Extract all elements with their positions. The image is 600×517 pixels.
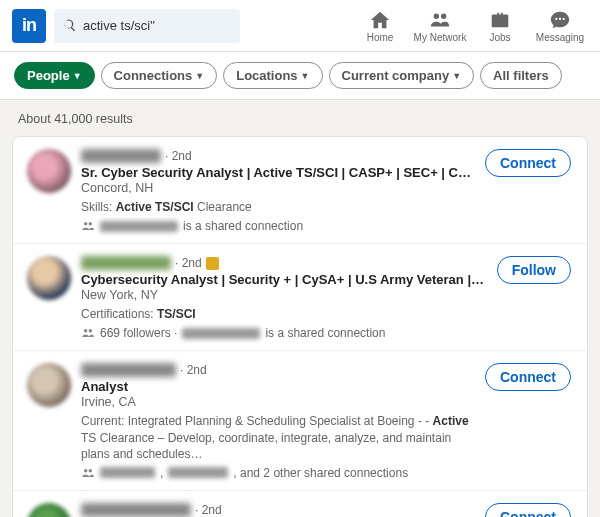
result-row: · 2nd TS/SCI | Microsoft Azure | AWS | O… bbox=[13, 490, 587, 517]
result-row: · 2nd Sr. Cyber Security Analyst | Activ… bbox=[13, 137, 587, 243]
pill-label: All filters bbox=[493, 68, 549, 83]
results-card: · 2nd Sr. Cyber Security Analyst | Activ… bbox=[12, 136, 588, 517]
nav-label: My Network bbox=[414, 32, 467, 43]
nav-icons: Home My Network Jobs Messaging bbox=[352, 9, 588, 43]
degree-badge: · 2nd bbox=[180, 363, 207, 377]
network-icon bbox=[429, 9, 451, 31]
nav-home[interactable]: Home bbox=[352, 9, 408, 43]
person-name[interactable] bbox=[81, 363, 176, 377]
nav-label: Messaging bbox=[536, 32, 584, 43]
pill-label: Connections bbox=[114, 68, 193, 83]
filter-locations[interactable]: Locations▼ bbox=[223, 62, 322, 89]
result-row: · 2nd Analyst Irvine, CA Current: Integr… bbox=[13, 350, 587, 490]
headline[interactable]: Analyst bbox=[81, 379, 475, 394]
top-bar: in active ts/sci" Home My Network Jobs M… bbox=[0, 0, 600, 52]
nav-label: Jobs bbox=[489, 32, 510, 43]
location: Irvine, CA bbox=[81, 395, 475, 409]
chevron-down-icon: ▼ bbox=[195, 71, 204, 81]
headline[interactable]: Sr. Cyber Security Analyst | Active TS/S… bbox=[81, 165, 475, 180]
results-count: About 41,000 results bbox=[0, 100, 600, 136]
meta-line: Skills: Active TS/SCI Clearance bbox=[81, 199, 475, 215]
avatar[interactable] bbox=[27, 256, 71, 300]
chevron-down-icon: ▼ bbox=[73, 71, 82, 81]
search-value: active ts/sci" bbox=[83, 18, 155, 33]
filter-all[interactable]: All filters bbox=[480, 62, 562, 89]
result-row: · 2nd Cybersecurity Analyst | Security +… bbox=[13, 243, 587, 350]
chevron-down-icon: ▼ bbox=[452, 71, 461, 81]
pill-label: People bbox=[27, 68, 70, 83]
person-name[interactable] bbox=[81, 503, 191, 517]
search-input[interactable]: active ts/sci" bbox=[54, 9, 240, 43]
avatar[interactable] bbox=[27, 363, 71, 407]
filter-bar: People▼ Connections▼ Locations▼ Current … bbox=[0, 52, 600, 100]
degree-badge: · 2nd bbox=[165, 149, 192, 163]
location: Concord, NH bbox=[81, 181, 475, 195]
follow-button[interactable]: Follow bbox=[497, 256, 571, 284]
avatar[interactable] bbox=[27, 503, 71, 517]
mutual-line: , , and 2 other shared connections bbox=[81, 466, 475, 480]
nav-messaging[interactable]: Messaging bbox=[532, 9, 588, 43]
degree-badge: · 2nd bbox=[195, 503, 222, 517]
premium-icon bbox=[206, 257, 219, 270]
pill-label: Locations bbox=[236, 68, 297, 83]
jobs-icon bbox=[489, 9, 511, 31]
nav-label: Home bbox=[367, 32, 394, 43]
connect-button[interactable]: Connect bbox=[485, 503, 571, 517]
mutual-icon bbox=[81, 219, 95, 233]
messaging-icon bbox=[549, 9, 571, 31]
connect-button[interactable]: Connect bbox=[485, 149, 571, 177]
nav-jobs[interactable]: Jobs bbox=[472, 9, 528, 43]
filter-current-company[interactable]: Current company▼ bbox=[329, 62, 475, 89]
connect-button[interactable]: Connect bbox=[485, 363, 571, 391]
avatar[interactable] bbox=[27, 149, 71, 193]
filter-connections[interactable]: Connections▼ bbox=[101, 62, 218, 89]
mutual-line: is a shared connection bbox=[81, 219, 475, 233]
chevron-down-icon: ▼ bbox=[301, 71, 310, 81]
degree-badge: · 2nd bbox=[175, 256, 202, 270]
nav-network[interactable]: My Network bbox=[412, 9, 468, 43]
person-name[interactable] bbox=[81, 149, 161, 163]
filter-people[interactable]: People▼ bbox=[14, 62, 95, 89]
linkedin-logo[interactable]: in bbox=[12, 9, 46, 43]
meta-line: Certifications: TS/SCI bbox=[81, 306, 487, 322]
headline[interactable]: Cybersecurity Analyst | Security + | CyS… bbox=[81, 272, 487, 287]
mutual-icon bbox=[81, 466, 95, 480]
meta-line: Current: Integrated Planning & Schedulin… bbox=[81, 413, 475, 462]
location: New York, NY bbox=[81, 288, 487, 302]
mutual-icon bbox=[81, 326, 95, 340]
home-icon bbox=[369, 9, 391, 31]
pill-label: Current company bbox=[342, 68, 450, 83]
search-icon bbox=[62, 18, 77, 33]
person-name[interactable] bbox=[81, 256, 171, 270]
mutual-line: 669 followers · is a shared connection bbox=[81, 326, 487, 340]
